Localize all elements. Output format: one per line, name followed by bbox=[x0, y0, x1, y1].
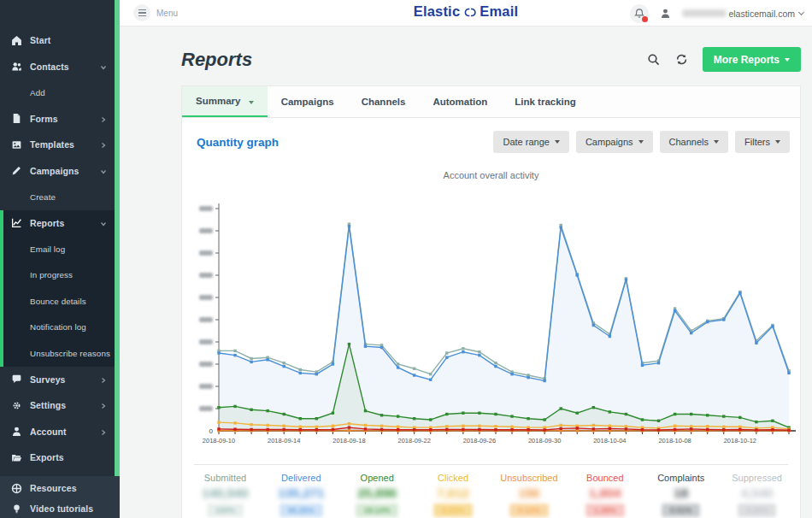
comment-icon bbox=[11, 374, 22, 385]
chart-line-icon bbox=[11, 217, 22, 228]
sidebar-item-reports[interactable]: Reports bbox=[0, 210, 115, 237]
caret-down-icon bbox=[555, 140, 560, 144]
svg-text:2018-09-18: 2018-09-18 bbox=[332, 437, 365, 444]
tab-campaigns[interactable]: Campaigns bbox=[268, 86, 348, 117]
lightbulb-icon bbox=[11, 503, 22, 515]
report-tabs: Summary Campaigns Channels Automation Li… bbox=[182, 86, 800, 118]
sidebar-item-add[interactable]: Add bbox=[0, 79, 115, 106]
notifications-button[interactable] bbox=[630, 4, 649, 23]
reports-card: Summary Campaigns Channels Automation Li… bbox=[181, 85, 801, 518]
hamburger-icon bbox=[133, 4, 150, 21]
topbar: Menu Elastic Email elasticemail.com bbox=[120, 0, 812, 26]
sidebar: Start Contacts Add Forms Templates Campa… bbox=[0, 0, 115, 518]
channels-filter-button[interactable]: Channels bbox=[660, 131, 728, 153]
sidebar-item-contacts[interactable]: Contacts bbox=[0, 54, 115, 80]
chevron-right-icon bbox=[100, 397, 107, 413]
account-icon[interactable] bbox=[660, 8, 671, 19]
tab-channels[interactable]: Channels bbox=[348, 86, 420, 117]
gear-icon bbox=[11, 400, 22, 411]
sidebar-item-start[interactable]: Start bbox=[0, 27, 115, 54]
caret-down-icon bbox=[638, 140, 644, 144]
sidebar-item-bounce-details[interactable]: Bounce details bbox=[0, 288, 115, 315]
search-icon bbox=[647, 53, 661, 67]
sidebar-item-create[interactable]: Create bbox=[0, 184, 115, 210]
svg-text:2018-10-12: 2018-10-12 bbox=[724, 437, 756, 444]
refresh-icon bbox=[675, 53, 688, 66]
svg-text:2018-09-30: 2018-09-30 bbox=[528, 437, 561, 444]
sidebar-item-exports[interactable]: Exports bbox=[0, 444, 115, 471]
caret-down-icon bbox=[785, 58, 790, 62]
chevron-right-icon bbox=[100, 372, 107, 387]
sidebar-item-notification-log[interactable]: Notification log bbox=[0, 315, 115, 341]
stat-unsubscribed: Unsubscribed 156 0.12% bbox=[491, 473, 568, 517]
elastic-email-logo: Elastic Email bbox=[414, 3, 519, 20]
sidebar-item-templates[interactable]: Templates bbox=[0, 132, 115, 158]
campaigns-filter-button[interactable]: Campaigns bbox=[576, 131, 653, 153]
logo-text-right: Email bbox=[480, 3, 518, 20]
status-badge: 3.23% bbox=[738, 503, 777, 517]
tab-automation[interactable]: Automation bbox=[419, 86, 501, 117]
sidebar-item-forms[interactable]: Forms bbox=[0, 106, 115, 132]
filters-button[interactable]: Filters bbox=[735, 131, 790, 153]
status-badge: 5.63% bbox=[433, 503, 473, 517]
svg-text:2018-10-04: 2018-10-04 bbox=[593, 437, 626, 444]
menu-label: Menu bbox=[156, 9, 178, 18]
chevron-down-icon bbox=[100, 59, 107, 74]
sidebar-item-resources[interactable]: Resources bbox=[0, 478, 120, 498]
sidebar-item-account[interactable]: Account bbox=[0, 419, 115, 445]
search-button[interactable] bbox=[647, 53, 661, 67]
chevron-right-icon bbox=[100, 137, 107, 152]
sidebar-item-settings[interactable]: Settings bbox=[0, 392, 115, 419]
sidebar-group-reports: Reports Email log In progress Bounce det… bbox=[0, 210, 115, 367]
more-reports-button[interactable]: More Reports bbox=[703, 47, 801, 72]
svg-text:0: 0 bbox=[209, 427, 214, 435]
refresh-button[interactable] bbox=[675, 53, 688, 66]
user-menu[interactable]: elasticemail.com bbox=[682, 9, 803, 19]
chevron-right-icon bbox=[100, 111, 107, 127]
activity-chart: 02018-09-102018-09-142018-09-182018-09-2… bbox=[195, 197, 801, 456]
chevron-down-icon bbox=[100, 163, 107, 179]
caret-down-icon bbox=[775, 140, 780, 144]
stats-row: Submitted 140,540 100% Delivered 135,271… bbox=[187, 473, 795, 517]
caret-down-icon bbox=[249, 101, 254, 104]
chevron-right-icon bbox=[100, 424, 107, 439]
status-badge: 100% bbox=[207, 503, 244, 517]
tab-link-tracking[interactable]: Link tracking bbox=[501, 86, 590, 117]
status-badge: 0.12% bbox=[509, 503, 549, 517]
file-icon bbox=[11, 113, 22, 124]
menu-button[interactable]: Menu bbox=[133, 4, 178, 21]
stat-complaints: Complaints 18 0.01% bbox=[643, 473, 719, 517]
sidebar-item-video-tutorials[interactable]: Video tutorials bbox=[0, 498, 120, 518]
caret-down-icon bbox=[714, 140, 719, 144]
svg-text:2018-09-10: 2018-09-10 bbox=[203, 437, 235, 444]
date-range-button[interactable]: Date range bbox=[493, 131, 568, 153]
sidebar-item-surveys[interactable]: Surveys bbox=[0, 367, 115, 393]
tab-summary[interactable]: Summary bbox=[182, 86, 268, 117]
main-content: Reports More Reports Summary Campaigns C… bbox=[120, 26, 812, 518]
chevron-down-icon bbox=[798, 9, 804, 15]
pencil-icon bbox=[11, 165, 22, 176]
svg-text:2018-09-26: 2018-09-26 bbox=[463, 437, 496, 444]
image-file-icon bbox=[11, 139, 22, 150]
svg-text:2018-10-08: 2018-10-08 bbox=[658, 437, 691, 444]
sidebar-footer: Resources Video tutorials bbox=[0, 476, 120, 518]
svg-text:2018-09-22: 2018-09-22 bbox=[397, 437, 430, 444]
sidebar-item-in-progress[interactable]: In progress bbox=[0, 262, 115, 289]
chart-subtitle: Account overall activity bbox=[182, 170, 800, 180]
stats-divider bbox=[194, 464, 788, 465]
stat-suppressed: Suppressed 4,540 3.23% bbox=[719, 473, 795, 517]
user-email-domain: elasticemail.com bbox=[728, 9, 795, 19]
status-badge: 0.01% bbox=[662, 503, 701, 517]
status-badge: 1.28% bbox=[585, 503, 625, 517]
sidebar-item-unsubscribe-reasons[interactable]: Unsubscribe reasons bbox=[0, 340, 115, 367]
sidebar-item-email-log[interactable]: Email log bbox=[0, 236, 115, 262]
home-icon bbox=[11, 35, 22, 46]
sidebar-item-campaigns[interactable]: Campaigns bbox=[0, 158, 115, 185]
section-title: Quantity graph bbox=[197, 136, 279, 149]
svg-text:2018-09-14: 2018-09-14 bbox=[268, 437, 300, 444]
logo-link-icon bbox=[462, 8, 477, 17]
page-title: Reports bbox=[181, 49, 252, 71]
stat-bounced: Bounced 1,804 1.28% bbox=[567, 473, 643, 517]
stat-delivered: Delivered 135,271 96.25% bbox=[263, 473, 339, 517]
user-name-redacted bbox=[682, 9, 727, 17]
